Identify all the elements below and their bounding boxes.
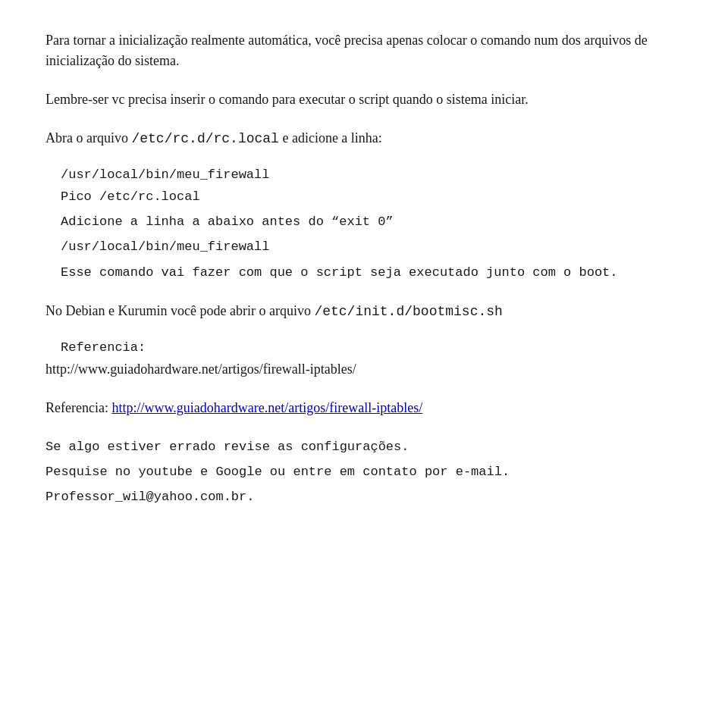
mono-line-3: Professor_wil@yahoo.com.br. bbox=[46, 487, 682, 507]
main-content: Para tornar a inicialização realmente au… bbox=[46, 30, 682, 507]
code-line-3: Referencia: bbox=[61, 340, 682, 355]
adicione-line: Adicione a linha a abaixo antes do “exit… bbox=[61, 211, 682, 232]
mono-line-2: Pesquise no youtube e Google ou entre em… bbox=[46, 462, 682, 482]
paragraph-referencia: Referencia: http://www.guiadohardware.ne… bbox=[46, 398, 682, 418]
path-rc-d: /etc/rc.d/rc.local bbox=[131, 131, 278, 146]
paragraph-2: Lembre-ser vc precisa inserir o comando … bbox=[46, 89, 682, 110]
debian-text: No Debian e Kurumin você pode abrir o ar… bbox=[46, 303, 503, 318]
monospace-footer: Se algo estiver errado revise as configu… bbox=[46, 437, 682, 508]
code-block-1: /usr/local/bin/meu_firewall bbox=[61, 167, 682, 182]
paragraph-esse-ultimo: http://www.guiadohardware.net/artigos/fi… bbox=[46, 359, 682, 380]
paragraph-3-text: Abra o arquivo /etc/rc.d/rc.local e adic… bbox=[46, 130, 382, 146]
code-line-2: /usr/local/bin/meu_firewall bbox=[61, 236, 682, 257]
referencia-label: Referencia: bbox=[46, 400, 111, 415]
paragraph-3: Abra o arquivo /etc/rc.d/rc.local e adic… bbox=[46, 128, 682, 149]
paragraph-1: Para tornar a inicialização realmente au… bbox=[46, 30, 682, 71]
esse-comando-line: Esse comando vai fazer com que o script … bbox=[61, 262, 682, 283]
mono-line-1: Se algo estiver errado revise as configu… bbox=[46, 437, 682, 457]
pico-line: Pico /etc/rc.local bbox=[61, 186, 682, 207]
paragraph-debian: No Debian e Kurumin você pode abrir o ar… bbox=[46, 301, 682, 322]
pico-block: Pico /etc/rc.local Adicione a linha a ab… bbox=[61, 186, 682, 283]
path-init-d: /etc/init.d/bootmisc.sh bbox=[314, 304, 502, 319]
code-block-3: Referencia: bbox=[61, 340, 682, 355]
code-line-1: /usr/local/bin/meu_firewall bbox=[61, 167, 682, 182]
referencia-link[interactable]: http://www.guiadohardware.net/artigos/fi… bbox=[111, 400, 422, 415]
